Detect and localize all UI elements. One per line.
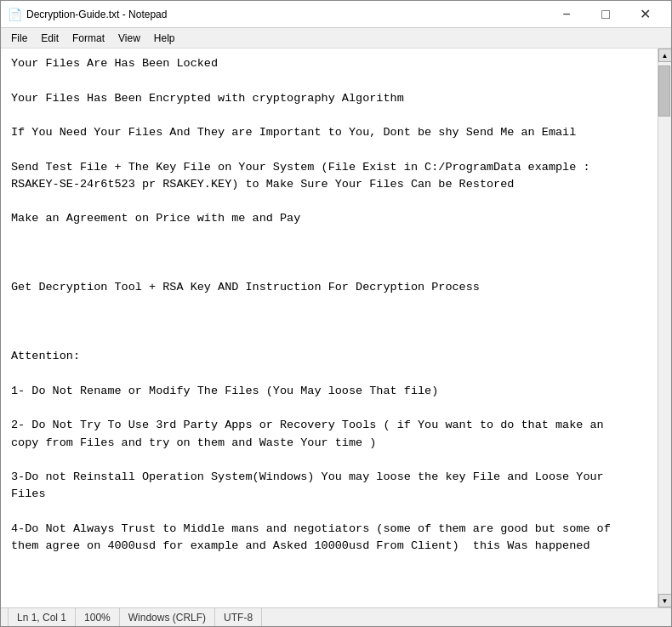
vertical-scrollbar[interactable]: ▲ ▼ — [658, 48, 671, 607]
app-icon: 📄 — [8, 8, 21, 21]
menu-view[interactable]: View — [111, 31, 147, 46]
encoding: UTF-8 — [215, 608, 262, 626]
menu-format[interactable]: Format — [65, 31, 111, 46]
scroll-up-arrow[interactable]: ▲ — [658, 48, 672, 62]
title-bar: 📄 Decryption-Guide.txt - Notepad − □ ✕ — [1, 1, 671, 28]
scroll-thumb[interactable] — [658, 66, 670, 117]
scroll-down-arrow[interactable]: ▼ — [658, 594, 672, 607]
close-button[interactable]: ✕ — [625, 1, 664, 28]
menu-file[interactable]: File — [4, 31, 34, 46]
status-bar: Ln 1, Col 1 100% Windows (CRLF) UTF-8 — [1, 607, 671, 626]
menu-help[interactable]: Help — [147, 31, 182, 46]
maximize-button[interactable]: □ — [586, 1, 625, 28]
cursor-position: Ln 1, Col 1 — [8, 608, 76, 626]
scroll-track[interactable] — [658, 62, 671, 594]
window-controls: − □ ✕ — [547, 1, 664, 28]
minimize-button[interactable]: − — [547, 1, 586, 28]
menu-edit[interactable]: Edit — [34, 31, 65, 46]
main-window: 📄 Decryption-Guide.txt - Notepad − □ ✕ F… — [0, 0, 672, 627]
window-title: Decryption-Guide.txt - Notepad — [26, 9, 547, 20]
content-area: GFT Your Files Are Has Been Locked Your … — [1, 48, 671, 607]
zoom-level: 100% — [76, 608, 120, 626]
line-ending: Windows (CRLF) — [120, 608, 215, 626]
text-editor[interactable]: Your Files Are Has Been Locked Your File… — [1, 48, 658, 607]
menu-bar: File Edit Format View Help — [1, 28, 671, 48]
